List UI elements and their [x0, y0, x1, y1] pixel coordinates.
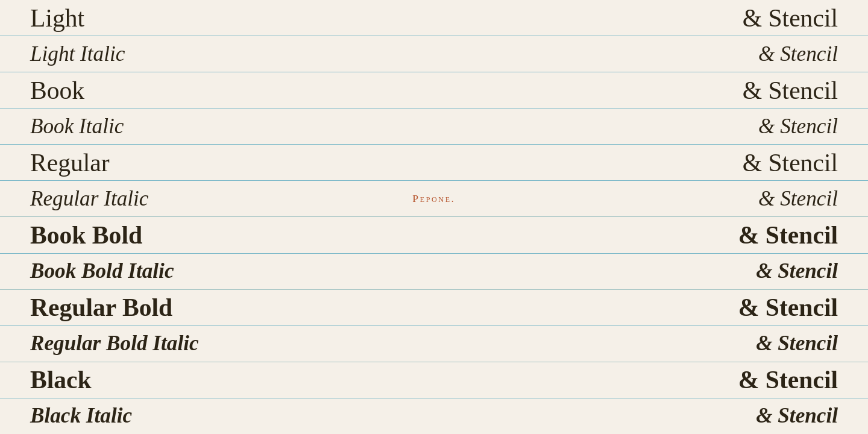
left-label-book-bold: Book Bold	[30, 221, 142, 250]
right-label-black: & Stencil	[738, 365, 838, 394]
font-row-regular-bold-italic: Regular Bold Italic& Stencil	[0, 326, 868, 362]
right-label-regular-bold-italic: & Stencil	[756, 332, 838, 356]
font-row-regular-bold: Regular Bold& Stencil	[0, 290, 868, 326]
left-label-regular-bold-italic: Regular Bold Italic	[30, 332, 199, 356]
left-label-regular-bold: Regular Bold	[30, 293, 172, 322]
right-label-light-italic: & Stencil	[758, 42, 838, 66]
left-label-light-italic: Light Italic	[30, 42, 125, 66]
left-label-light: Light	[30, 4, 84, 33]
font-row-light-italic: Light Italic& Stencil	[0, 36, 868, 72]
right-label-light: & Stencil	[743, 4, 838, 33]
font-row-black-italic: Black Italic& Stencil	[0, 398, 868, 434]
font-row-regular-italic: Regular ItalicPepone.& Stencil	[0, 181, 868, 217]
left-label-black: Black	[30, 365, 92, 394]
right-label-book-bold-italic: & Stencil	[756, 259, 838, 283]
right-label-book: & Stencil	[743, 76, 838, 105]
font-row-book-bold: Book Bold& Stencil	[0, 217, 868, 253]
right-label-regular: & Stencil	[743, 148, 838, 177]
font-row-regular: Regular& Stencil	[0, 145, 868, 181]
right-label-regular-italic: & Stencil	[758, 187, 838, 211]
center-label-regular-italic: Pepone.	[412, 192, 455, 205]
left-label-black-italic: Black Italic	[30, 404, 132, 428]
font-table: Light& StencilLight Italic& StencilBook&…	[0, 0, 868, 434]
right-label-book-italic: & Stencil	[758, 115, 838, 139]
font-row-book-bold-italic: Book Bold Italic& Stencil	[0, 254, 868, 290]
right-label-regular-bold: & Stencil	[738, 293, 838, 322]
left-label-book-bold-italic: Book Bold Italic	[30, 259, 174, 283]
font-row-black: Black& Stencil	[0, 362, 868, 398]
left-label-regular-italic: Regular Italic	[30, 187, 148, 211]
left-label-regular: Regular	[30, 148, 110, 177]
right-label-book-bold: & Stencil	[738, 221, 838, 250]
right-label-black-italic: & Stencil	[756, 404, 838, 428]
left-label-book: Book	[30, 76, 84, 105]
font-row-book: Book& Stencil	[0, 72, 868, 108]
font-row-light: Light& Stencil	[0, 0, 868, 36]
font-row-book-italic: Book Italic& Stencil	[0, 108, 868, 145]
left-label-book-italic: Book Italic	[30, 115, 124, 139]
